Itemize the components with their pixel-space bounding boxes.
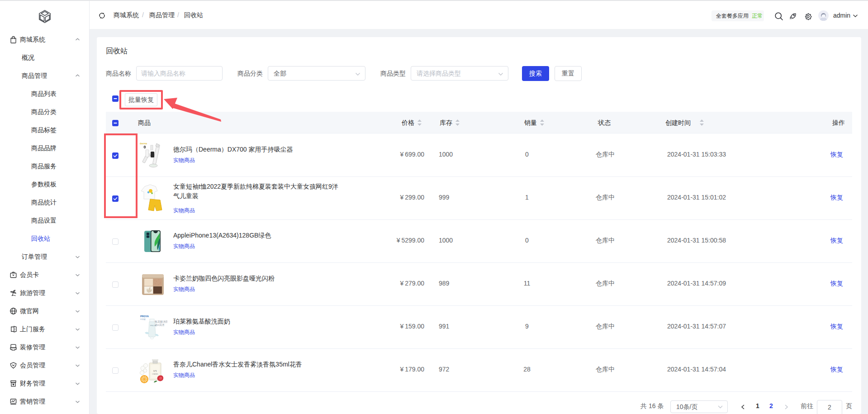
svg-text:CHANEL: CHANEL	[152, 373, 158, 375]
svg-text:氨基酸洁面: 氨基酸洁面	[155, 320, 167, 324]
svg-text:PROYA: PROYA	[150, 324, 157, 327]
svg-text:N°5: N°5	[153, 370, 157, 372]
svg-text:deerma: deerma	[140, 143, 147, 145]
svg-text:PROYA: PROYA	[140, 315, 149, 318]
